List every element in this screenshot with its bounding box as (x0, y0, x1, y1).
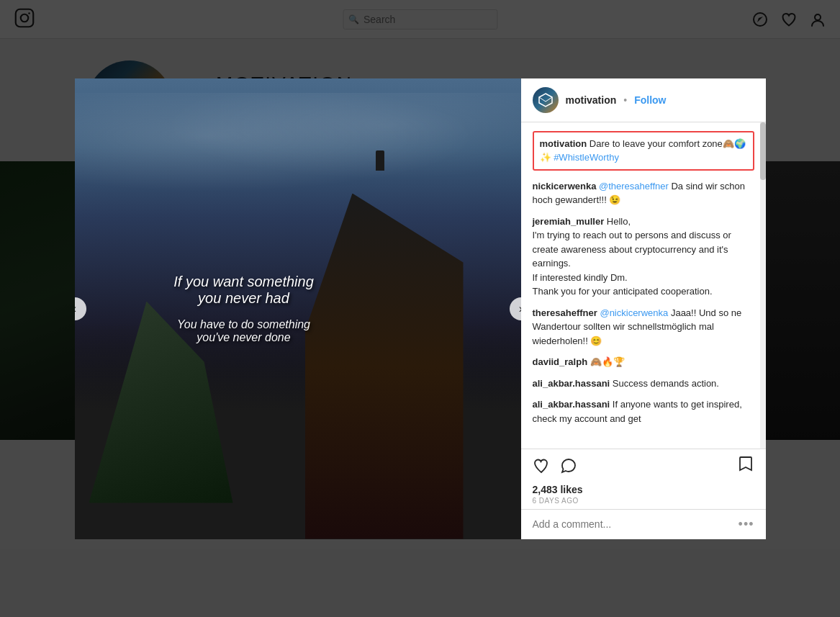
post-caption: motivation Dare to leave your comfort zo… (540, 137, 747, 165)
comment-username: jeremiah_muller (533, 216, 605, 227)
comment-text: 🙈🔥🏆 (590, 356, 625, 367)
comment-text: Hello,I'm trying to reach out to persons… (533, 216, 731, 297)
comment-options-button[interactable]: ••• (739, 517, 754, 532)
modal-overlay[interactable]: If you want something you never had You … (0, 0, 840, 617)
follow-button[interactable]: Follow (634, 94, 666, 106)
modal-image-panel: If you want something you never had You … (75, 78, 521, 539)
post-actions (521, 449, 766, 482)
comment-username: nickicerwenka (533, 181, 597, 192)
modal-container: If you want something you never had You … (75, 78, 766, 539)
svg-line-12 (546, 97, 552, 102)
separator-dot: • (623, 94, 627, 106)
comment-button[interactable] (560, 457, 577, 474)
hashtag: #WhistleWorthy (554, 152, 619, 163)
comment-username: daviid_ralph (533, 356, 588, 367)
comment-username: theresaheffner (533, 307, 597, 318)
modal-quote: If you want something you never had You … (111, 274, 377, 344)
comment-mention: @nickicerwenka (600, 307, 668, 318)
left-action-icons (533, 457, 577, 474)
comments-body[interactable]: motivation Dare to leave your comfort zo… (521, 122, 766, 449)
comment-input-area: ••• (521, 509, 766, 539)
likes-count: 2,483 likes (521, 482, 766, 497)
like-button[interactable] (533, 457, 550, 474)
comment-item: nickicerwenka @theresaheffner Da sind wi… (533, 179, 754, 207)
post-caption-box: motivation Dare to leave your comfort zo… (533, 131, 754, 171)
time-ago: 6 DAYS AGO (521, 497, 766, 509)
comment-item: ali_akbar.hassani Success demands action… (533, 377, 754, 391)
comment-item: jeremiah_muller Hello,I'm trying to reac… (533, 215, 754, 299)
comment-text: Success demands action. (613, 378, 719, 389)
svg-marker-10 (539, 94, 552, 107)
comment-mention: @theresaheffner (599, 181, 669, 192)
save-button[interactable] (737, 455, 754, 477)
comment-item: theresaheffner @nickicerwenka Jaaa!! Und… (533, 306, 754, 348)
comment-username: ali_akbar.hassani (533, 378, 610, 389)
comment-item: ali_akbar.hassani If anyone wants to get… (533, 397, 754, 425)
commenter-avatar (533, 87, 559, 113)
svg-line-11 (539, 97, 546, 102)
modal-comments-panel: motivation • Follow motivation Dare to l… (521, 78, 766, 539)
comment-item: daviid_ralph 🙈🔥🏆 (533, 355, 754, 369)
post-username: motivation (566, 94, 617, 106)
comment-username: ali_akbar.hassani (533, 399, 610, 410)
caption-username: motivation (540, 138, 587, 149)
comment-input[interactable] (533, 518, 733, 530)
scrollbar-track[interactable] (760, 122, 766, 449)
scrollbar-thumb[interactable] (760, 122, 766, 180)
comments-header: motivation • Follow (521, 78, 766, 122)
